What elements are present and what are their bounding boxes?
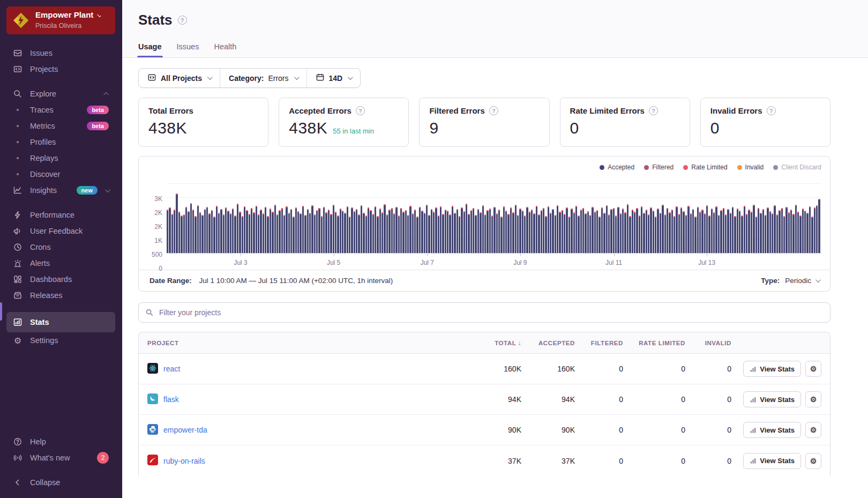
card-help-icon[interactable]: ? — [649, 106, 658, 115]
chart-bar — [767, 207, 768, 253]
sidebar-item-traces[interactable]: • Traces beta — [6, 102, 115, 118]
col-rate-limited[interactable]: RATE LIMITED — [623, 340, 685, 346]
legend-item[interactable]: Rate Limited — [683, 163, 727, 171]
sidebar-item-discover[interactable]: • Discover — [6, 166, 115, 182]
sidebar-item-help[interactable]: Help — [6, 434, 115, 450]
legend-label: Client Discard — [781, 163, 821, 171]
chart-bar — [785, 207, 787, 253]
card-help-icon[interactable]: ? — [356, 106, 365, 115]
col-filtered[interactable]: FILTERED — [575, 340, 623, 346]
sidebar-item-whats-new[interactable]: What's new 2 — [6, 450, 115, 466]
legend-item[interactable]: Accepted — [600, 163, 634, 171]
table-header: PROJECT TOTAL↓ ACCEPTED FILTERED RATE LI… — [139, 332, 830, 354]
col-total[interactable]: TOTAL↓ — [470, 339, 521, 347]
project-settings-button[interactable]: ⚙ — [805, 391, 821, 407]
chart-bar — [447, 211, 448, 253]
view-stats-button[interactable]: View Stats — [743, 391, 801, 407]
card-accepted-errors: Accepted Errors? 438K55 in last min — [279, 98, 409, 147]
col-project[interactable]: PROJECT — [147, 340, 470, 346]
chart-bar — [643, 213, 645, 253]
bullet-icon: • — [13, 154, 23, 162]
sidebar-item-profiles[interactable]: • Profiles — [6, 134, 115, 150]
chart-plot[interactable]: Jul 3Jul 5Jul 7Jul 9Jul 11Jul 13 — [167, 175, 821, 254]
chart-bar — [274, 205, 276, 253]
project-filter-dropdown[interactable]: All Projects — [139, 69, 220, 87]
card-value: 438K — [289, 119, 327, 137]
sidebar-item-issues[interactable]: Issues — [6, 45, 115, 61]
project-link[interactable]: ruby-on-rails — [163, 457, 205, 465]
chart-bar — [797, 212, 799, 253]
sidebar-item-stats[interactable]: Stats — [6, 312, 115, 332]
category-filter-dropdown[interactable]: Category: Errors — [220, 69, 306, 87]
project-link[interactable]: empower-tda — [163, 426, 207, 434]
y-tick-label: 2K — [154, 223, 162, 231]
sidebar-item-explore[interactable]: Explore — [6, 86, 115, 102]
tab-health[interactable]: Health — [214, 42, 236, 57]
sidebar-item-settings[interactable]: ⚙ Settings — [6, 332, 115, 348]
col-invalid[interactable]: INVALID — [685, 340, 731, 346]
chart-bar — [197, 205, 199, 253]
chart-bar — [769, 211, 771, 253]
sidebar-item-alerts[interactable]: Alerts — [6, 255, 115, 271]
chart-bar — [582, 208, 584, 253]
view-stats-button[interactable]: View Stats — [743, 453, 801, 469]
sidebar-item-releases[interactable]: Releases — [6, 287, 115, 303]
card-invalid-errors: Invalid Errors? 0 — [700, 98, 830, 147]
chart-bar — [646, 210, 647, 253]
chevron-down-icon — [105, 187, 110, 192]
org-name: Empower Plant — [35, 10, 93, 20]
org-switcher[interactable]: Empower Plant Priscila Oliveira — [6, 6, 115, 34]
sidebar-item-insights[interactable]: Insights new — [6, 182, 115, 198]
sidebar-item-projects[interactable]: Projects — [6, 61, 115, 77]
card-rate-limited-errors: Rate Limited Errors? 0 — [560, 98, 690, 147]
project-settings-button[interactable]: ⚙ — [805, 422, 821, 438]
chart-bar — [811, 217, 813, 253]
chart-bar — [568, 217, 570, 253]
project-filter-input[interactable] — [138, 302, 830, 323]
chart-type-dropdown[interactable]: Type: Periodic — [761, 277, 819, 285]
sidebar-item-label: Releases — [30, 291, 62, 300]
chart-bar — [363, 213, 364, 253]
x-tick-label: Jul 11 — [605, 259, 622, 266]
legend-item[interactable]: Filtered — [644, 163, 674, 171]
chevron-down-icon — [348, 75, 353, 80]
chart-bar — [190, 203, 192, 253]
sidebar-collapse-button[interactable]: Collapse — [6, 474, 115, 490]
view-stats-button[interactable]: View Stats — [743, 422, 801, 438]
project-settings-button[interactable]: ⚙ — [805, 453, 821, 469]
legend-item[interactable]: Invalid — [737, 163, 764, 171]
sidebar-item-crons[interactable]: Crons — [6, 239, 115, 255]
cell-accepted: 160K — [521, 365, 575, 373]
chart-bar — [194, 216, 196, 253]
projects-table: PROJECT TOTAL↓ ACCEPTED FILTERED RATE LI… — [138, 332, 830, 476]
sidebar-item-replays[interactable]: • Replays — [6, 150, 115, 166]
chart-bar — [227, 211, 229, 253]
sidebar-item-dashboards[interactable]: Dashboards — [6, 271, 115, 287]
page-help-icon[interactable]: ? — [178, 16, 187, 25]
project-settings-button[interactable]: ⚙ — [805, 361, 821, 377]
sidebar-item-metrics[interactable]: • Metrics beta — [6, 118, 115, 134]
chart-bar — [627, 204, 628, 253]
tab-issues[interactable]: Issues — [177, 42, 199, 57]
view-stats-button[interactable]: View Stats — [743, 361, 801, 377]
card-help-icon[interactable]: ? — [489, 106, 498, 115]
chart-bar — [220, 209, 222, 253]
chart-bar — [741, 215, 743, 253]
chart-bar — [493, 207, 495, 253]
sidebar-item-user-feedback[interactable]: User Feedback — [6, 223, 115, 239]
col-accepted[interactable]: ACCEPTED — [521, 340, 575, 346]
bar-chart-icon — [750, 457, 757, 464]
chart-bar — [713, 212, 715, 253]
chart-bar — [734, 216, 736, 253]
project-link[interactable]: flask — [163, 395, 179, 404]
beta-badge: beta — [87, 122, 109, 130]
date-range-dropdown[interactable]: 14D — [306, 69, 361, 87]
tab-usage[interactable]: Usage — [138, 42, 162, 57]
project-filter-label: All Projects — [161, 74, 202, 83]
legend-item[interactable]: Client Discard — [773, 163, 821, 171]
card-help-icon[interactable]: ? — [767, 106, 776, 115]
project-link[interactable]: react — [163, 365, 180, 373]
date-range-footer-value: Jul 1 10:00 AM — Jul 15 11:00 AM (+02:00… — [199, 277, 393, 285]
sidebar-item-performance[interactable]: Performance — [6, 207, 115, 223]
legend-dot — [737, 165, 742, 170]
